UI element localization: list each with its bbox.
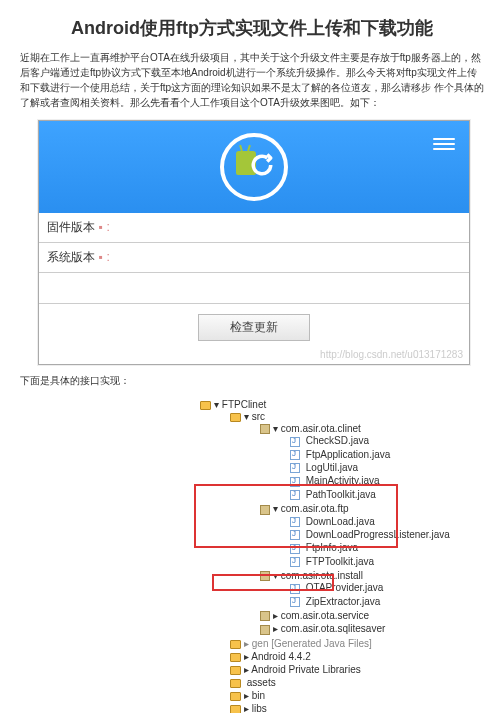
tree-file[interactable]: LogUtil.java — [274, 461, 484, 474]
tree-android[interactable]: ▸ Android 4.4.2 — [214, 650, 484, 663]
tree-file[interactable]: FtpInfo.java — [274, 541, 484, 554]
check-update-button[interactable]: 检查更新 — [198, 314, 310, 341]
tree-file[interactable]: PathToolkit.java — [274, 488, 484, 501]
tree-libs[interactable]: ▸ libs — [214, 702, 484, 713]
tree-file[interactable]: FTPToolkit.java — [274, 555, 484, 568]
tree-pkg-sqlite[interactable]: ▸ com.asir.ota.sqlitesaver — [244, 622, 484, 635]
tree-priv[interactable]: ▸ Android Private Libraries — [214, 663, 484, 676]
tree-pkg-install[interactable]: ▾ com.asir.ota.install OTAProvider.java … — [244, 569, 484, 609]
tree-pkg-ftp[interactable]: ▾ com.asir.ota.ftp DownLoad.java DownLoa… — [244, 502, 484, 569]
tree-file[interactable]: FtpApplication.java — [274, 448, 484, 461]
tree-src[interactable]: ▾ src ▾ com.asir.ota.clinet CheckSD.java… — [214, 410, 484, 637]
tree-gen[interactable]: ▸ gen [Generated Java Files] — [214, 637, 484, 650]
system-label: 系统版本 — [47, 250, 98, 264]
tree-file[interactable]: ZipExtractor.java — [274, 595, 484, 608]
tree-assets[interactable]: assets — [214, 676, 484, 689]
tree-file[interactable]: DownLoad.java — [274, 515, 484, 528]
ota-screenshot: 固件版本 ▪ 系统版本 ▪ 检查更新 http://blog.csdn.net/… — [38, 120, 470, 365]
firmware-row: 固件版本 ▪ — [39, 213, 469, 243]
tree-file[interactable]: CheckSD.java — [274, 434, 484, 447]
page-title: Android使用ftp方式实现文件上传和下载功能 — [20, 16, 484, 40]
intro-paragraph: 近期在工作上一直再维护平台OTA在线升级项目，其中关于这个升级文件主要是存放于f… — [20, 50, 484, 110]
project-tree: ▾ FTPClinet ▾ src ▾ com.asir.ota.clinet … — [170, 398, 484, 713]
tree-file[interactable]: DownLoadProgressListener.java — [274, 528, 484, 541]
ota-header — [39, 121, 469, 213]
system-row: 系统版本 ▪ — [39, 243, 469, 273]
screenshot-watermark: http://blog.csdn.net/u013171283 — [39, 349, 469, 364]
tree-file[interactable]: OTAProvider.java — [274, 581, 484, 594]
blank-area — [39, 273, 469, 304]
tree-pkg-clinet[interactable]: ▾ com.asir.ota.clinet CheckSD.java FtpAp… — [244, 422, 484, 502]
refresh-arrow-icon — [248, 151, 276, 179]
hamburger-icon[interactable] — [433, 135, 455, 153]
update-circle-icon — [220, 133, 288, 201]
firmware-label: 固件版本 — [47, 220, 98, 234]
section2-label: 下面是具体的接口实现： — [20, 373, 484, 388]
tree-root[interactable]: ▾ FTPClinet ▾ src ▾ com.asir.ota.clinet … — [184, 398, 484, 713]
tree-file[interactable]: MainActivity.java — [274, 474, 484, 487]
tree-pkg-service[interactable]: ▸ com.asir.ota.service — [244, 609, 484, 622]
tree-bin[interactable]: ▸ bin — [214, 689, 484, 702]
